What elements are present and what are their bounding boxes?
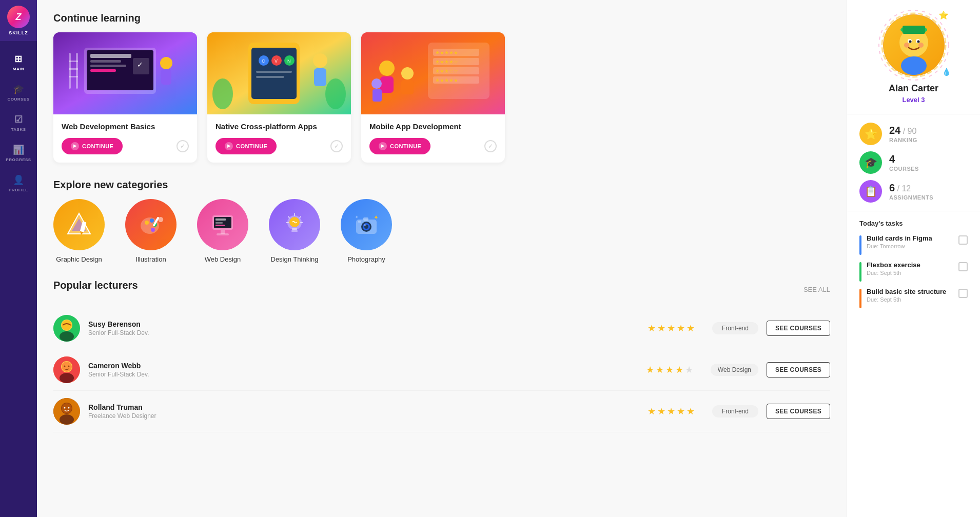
avatar-rolland xyxy=(53,398,80,425)
card-footer-1: ▶ CONTINUE ✓ xyxy=(62,138,189,154)
sidebar-item-profile[interactable]: 👤 PROFILE xyxy=(0,167,37,197)
svg-rect-60 xyxy=(215,218,226,221)
task-checkbox-1[interactable] xyxy=(958,235,968,245)
nav-menu: ⊞ MAIN 🎓 COURSES ☑ TASKS 📊 PROGRESS 👤 PR… xyxy=(0,46,37,197)
role-cameron: Senior Full-Stack Dev. xyxy=(88,371,638,378)
popular-lecturers-section: Popular lecturers SEE ALL Susy Berenson xyxy=(53,280,830,432)
profile-avatar-svg xyxy=(883,14,945,76)
web-design-icon-bg xyxy=(197,199,248,250)
see-courses-btn-rolland[interactable]: SEE COURSES xyxy=(767,404,830,419)
svg-point-89 xyxy=(60,373,74,383)
tag-susy: Front-end xyxy=(712,322,758,334)
tasks-section: Today's tasks Build cards in Figma Due: … xyxy=(847,211,980,323)
role-rolland: Freelance Web Designer xyxy=(88,412,639,420)
courses-stat-info: 4 COURSES xyxy=(889,153,919,172)
category-illustration[interactable]: Illustration xyxy=(125,199,177,263)
continue-btn-2[interactable]: ▶ CONTINUE xyxy=(215,138,277,154)
category-design-thinking[interactable]: Design Thinking xyxy=(269,199,320,263)
right-panel: ⭐ 💧 Alan Carter Level 3 ⭐ 24 / 90 RANKIN… xyxy=(847,0,980,517)
assignments-info: 6 / 12 ASSIGNMENTS xyxy=(889,182,933,201)
task-bar-1 xyxy=(859,235,861,255)
svg-rect-10 xyxy=(161,69,171,85)
svg-rect-12 xyxy=(76,53,78,89)
svg-point-96 xyxy=(62,403,72,413)
task-item-2: Flexbox exercise Due: Sept 5th xyxy=(859,261,968,282)
svg-rect-80 xyxy=(358,221,361,223)
task-title-1: Build cards in Figma xyxy=(867,234,953,242)
design-thinking-svg xyxy=(279,209,310,240)
card-image-native: C V N xyxy=(207,32,351,114)
svg-rect-25 xyxy=(256,71,292,73)
see-courses-btn-cameron[interactable]: SEE COURSES xyxy=(767,362,830,377)
ranking-icon: ⭐ xyxy=(859,123,882,145)
card-title-2: Native Cross-platform Apps xyxy=(215,122,343,132)
svg-point-108 xyxy=(917,41,919,43)
decor-drop: 💧 xyxy=(942,68,951,76)
svg-rect-104 xyxy=(903,26,925,34)
tasks-header-label: Today's tasks xyxy=(859,220,968,227)
star1: ★ xyxy=(648,323,656,334)
lecturer-row-rolland: Rolland Truman Freelance Web Designer ★ … xyxy=(53,391,830,432)
star1: ★ xyxy=(646,364,654,375)
lecturers-title: Popular lecturers xyxy=(53,280,138,291)
card-body-1: Web Development Basics ▶ CONTINUE ✓ xyxy=(53,114,197,163)
profile-section: ⭐ 💧 Alan Carter Level 3 xyxy=(847,0,980,114)
category-graphic-design[interactable]: Graphic Design xyxy=(53,199,105,263)
svg-rect-61 xyxy=(215,222,223,224)
avatar-susy xyxy=(53,315,80,342)
assignments-value: 6 xyxy=(889,182,895,193)
category-web-design[interactable]: Web Design xyxy=(197,199,248,263)
svg-point-85 xyxy=(60,331,74,342)
see-courses-btn-susy[interactable]: SEE COURSES xyxy=(767,321,830,336)
svg-point-9 xyxy=(160,57,172,69)
task-checkbox-2[interactable] xyxy=(958,262,968,271)
svg-rect-64 xyxy=(217,233,229,235)
complete-check-3: ✓ xyxy=(484,140,497,152)
assignments-value-row: 6 / 12 xyxy=(889,182,933,194)
svg-rect-44 xyxy=(401,80,414,94)
sidebar-item-courses[interactable]: 🎓 COURSES xyxy=(0,76,37,107)
sidebar-item-tasks[interactable]: ☑ TASKS xyxy=(0,107,37,137)
category-photography[interactable]: ✦ ✦ Photography xyxy=(341,199,392,263)
web-design-label: Web Design xyxy=(205,255,241,263)
star3: ★ xyxy=(667,323,675,334)
continue-btn-3[interactable]: ▶ CONTINUE xyxy=(369,138,430,154)
lecturer-row-susy: Susy Berenson Senior Full-Stack Dev. ★ ★… xyxy=(53,308,830,349)
stars-rolland: ★ ★ ★ ★ ★ xyxy=(648,406,704,417)
svg-point-55 xyxy=(151,228,155,232)
progress-label: PROGRESS xyxy=(6,157,31,162)
svg-point-90 xyxy=(62,362,72,372)
task-bar-3 xyxy=(859,289,861,308)
star1: ★ xyxy=(648,406,656,417)
svg-rect-5 xyxy=(90,65,126,67)
sidebar-item-progress[interactable]: 📊 PROGRESS xyxy=(0,137,37,167)
card-title-1: Web Development Basics xyxy=(62,122,189,132)
task-due-2: Due: Sept 5th xyxy=(867,270,953,276)
svg-point-28 xyxy=(325,78,346,109)
svg-rect-11 xyxy=(69,53,71,89)
see-all-link[interactable]: SEE ALL xyxy=(803,286,830,293)
svg-point-95 xyxy=(60,414,74,425)
svg-rect-67 xyxy=(292,228,297,230)
decor-star: ⭐ xyxy=(938,10,949,20)
stats-section: ⭐ 24 / 90 RANKING 🎓 4 COURSES 📋 6 / xyxy=(847,114,980,211)
logo-container[interactable]: Z SKILLZ xyxy=(0,0,37,41)
svg-text:✓: ✓ xyxy=(137,61,143,69)
continue-btn-1[interactable]: ▶ CONTINUE xyxy=(62,138,123,154)
star2: ★ xyxy=(656,364,664,375)
info-rolland: Rolland Truman Freelance Web Designer xyxy=(88,403,639,420)
task-checkbox-3[interactable] xyxy=(958,289,968,298)
progress-icon: 📊 xyxy=(13,144,25,155)
play-icon-1: ▶ xyxy=(71,142,79,150)
ranking-denom: / 90 xyxy=(903,127,917,135)
info-cameron: Cameron Webb Senior Full-Stack Dev. xyxy=(88,362,638,378)
sidebar-item-main[interactable]: ⊞ MAIN xyxy=(0,46,37,76)
svg-point-43 xyxy=(401,67,414,79)
assignments-label: ASSIGNMENTS xyxy=(889,194,933,201)
course-card-web-dev: ✓ Web Development Basics xyxy=(53,32,197,163)
svg-line-70 xyxy=(300,216,301,218)
categories-section: Explore new categories Graphic Design xyxy=(53,179,830,263)
info-susy: Susy Berenson Senior Full-Stack Dev. xyxy=(88,320,639,336)
course-cards-row: ✓ Web Development Basics xyxy=(53,32,830,163)
svg-rect-13 xyxy=(69,61,78,62)
